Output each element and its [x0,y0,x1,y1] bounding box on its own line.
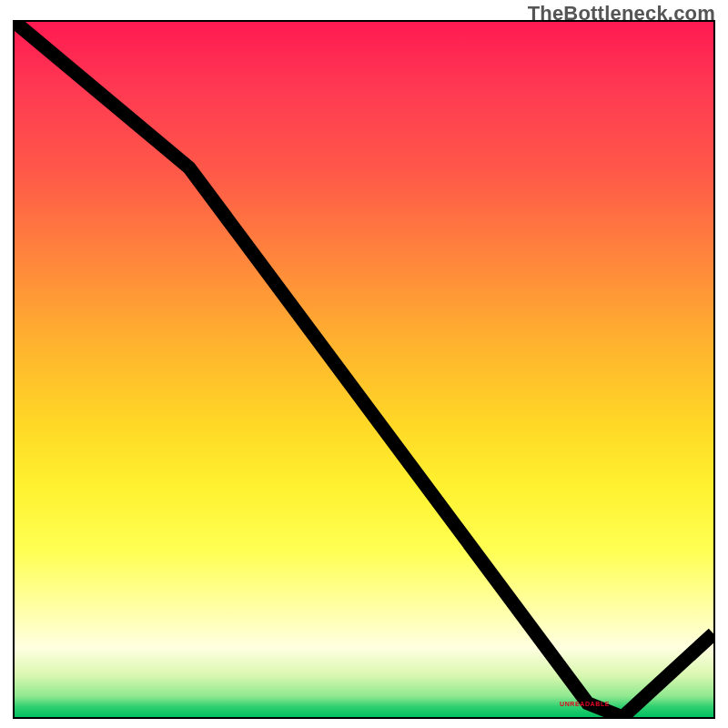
data-curve [15,22,713,717]
line-chart-svg [15,22,713,717]
chart-container: TheBottleneck.com UNREADABLE [0,0,728,728]
plot-area: UNREADABLE [13,20,715,719]
red-axis-label: UNREADABLE [560,701,610,707]
